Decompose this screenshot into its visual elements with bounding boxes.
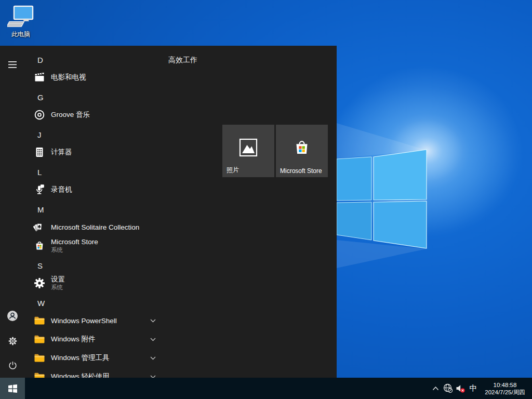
folder-item-windows-admin-tools[interactable]: Windows 管理工具 [33,349,110,367]
user-account-button[interactable] [0,305,25,326]
settings-gear-icon [33,277,46,289]
app-item-settings[interactable]: 设置 系统 [33,274,65,292]
clock[interactable]: 10:48:58 2024/7/25/周四 [480,381,530,396]
app-item-voice-recorder[interactable]: 录音机 [33,180,72,199]
app-label: Groove 音乐 [51,110,90,119]
folder-item-windows-ease-of-access[interactable]: Windows 轻松使用 [33,367,110,378]
app-label: 设置 [51,275,65,284]
taskbar-empty-area[interactable] [25,378,429,399]
start-button[interactable] [0,378,25,399]
app-group-letter[interactable]: S [37,256,43,275]
expand-chevron[interactable] [149,311,157,330]
desktop: 此电脑 [0,0,532,399]
voice-recorder-icon [33,183,46,196]
volume-button[interactable] [454,378,467,399]
app-group-letter[interactable]: L [37,163,42,181]
store-icon [33,240,46,252]
folder-item-windows-accessories[interactable]: Windows 附件 [33,330,96,349]
movies-tv-icon [33,71,46,84]
tile-label: 照片 [227,166,239,175]
app-group-letter[interactable]: J [37,125,42,144]
app-item-solitaire[interactable]: Microsoft Solitaire Collection [33,218,139,236]
globe-no-internet-icon [443,383,453,393]
folder-icon [33,314,46,327]
menu-toggle-button[interactable] [0,54,25,75]
start-menu-rail [0,46,25,378]
app-label: Windows 附件 [51,335,96,344]
app-group-letter[interactable]: G [37,88,44,107]
groove-music-icon [33,109,46,121]
windows-logo-icon [8,384,17,393]
app-sublabel: 系统 [51,284,65,291]
settings-button[interactable] [0,330,25,351]
folder-icon [33,333,46,345]
show-hidden-icons-button[interactable] [429,378,442,399]
tile-group-header[interactable]: 高效工作 [168,56,197,65]
app-item-calculator[interactable]: 计算器 [33,143,72,162]
system-tray: 中 10:48:58 2024/7/25/周四 [429,378,532,399]
taskbar: 中 10:48:58 2024/7/25/周四 [0,378,532,399]
calculator-icon [33,146,46,158]
folder-icon [33,352,46,364]
expand-chevron[interactable] [149,367,157,378]
folder-item-windows-powershell[interactable]: Windows PowerShell [33,311,117,330]
app-group-letter[interactable]: M [37,200,44,219]
gear-outline-icon [8,336,18,346]
network-status-button[interactable] [442,378,454,399]
app-label: 电影和电视 [51,73,86,82]
solitaire-icon [33,221,46,233]
hamburger-icon [8,61,17,68]
clock-time: 10:48:58 [480,381,530,389]
store-icon [292,137,311,158]
expand-chevron[interactable] [149,349,157,367]
chevron-down-icon [150,319,156,323]
power-button[interactable] [0,355,25,376]
app-label: Windows 轻松使用 [51,372,110,378]
app-item-groove-music[interactable]: Groove 音乐 [33,105,90,124]
app-item-movies-tv[interactable]: 电影和电视 [33,68,86,87]
app-sublabel: 系统 [51,246,98,254]
user-icon [7,310,18,322]
chevron-up-icon [432,386,439,391]
chevron-down-icon [150,338,156,341]
this-pc-label: 此电脑 [11,30,30,39]
app-label: 计算器 [51,148,72,157]
app-label: Microsoft Solitaire Collection [51,223,139,231]
app-label: 录音机 [51,185,72,194]
clock-date: 2024/7/25/周四 [480,389,530,396]
power-icon [8,361,18,370]
chevron-down-icon [150,356,156,360]
app-group-letter[interactable]: D [37,50,43,69]
app-item-microsoft-store[interactable]: Microsoft Store 系统 [33,236,98,255]
start-menu: D 电影和电视 G [0,46,337,378]
app-label: Windows 管理工具 [51,353,110,363]
app-label: Microsoft Store [51,238,98,246]
photos-icon [239,138,258,157]
desktop-icon-this-pc[interactable]: 此电脑 [4,5,37,39]
speaker-muted-icon [456,384,466,393]
folder-icon [33,370,46,378]
app-group-letter[interactable]: W [37,294,45,312]
tile-microsoft-store[interactable]: Microsoft Store [276,125,328,177]
tile-photos[interactable]: 照片 [222,125,274,177]
ime-indicator[interactable]: 中 [467,378,480,399]
app-label: Windows PowerShell [51,317,117,325]
tile-label: Microsoft Store [280,167,322,175]
this-pc-icon [7,5,34,29]
expand-chevron[interactable] [149,330,157,349]
